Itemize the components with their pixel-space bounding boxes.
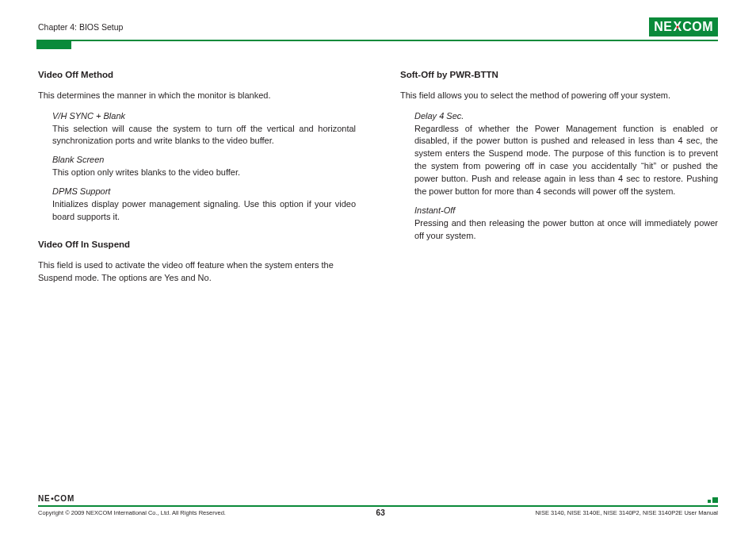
heading: Video Off Method	[38, 68, 356, 82]
page-number: 63	[376, 508, 385, 517]
option-desc: This option only writes blanks to the vi…	[52, 167, 240, 177]
logo-post: COM	[682, 20, 713, 34]
footer-rule	[38, 505, 718, 507]
section-video-off-method: Video Off Method This determines the man…	[38, 68, 356, 224]
copyright-text: Copyright © 2009 NEXCOM International Co…	[38, 509, 226, 516]
footer: NE⦁COM Copyright © 2009 NEXCOM Internati…	[38, 494, 718, 517]
option-item: Instant-Off Pressing and then releasing …	[414, 205, 718, 243]
option-desc: Initializes display power management sig…	[52, 199, 356, 221]
option-label: Delay 4 Sec.	[414, 110, 718, 123]
option-item: V/H SYNC + Blank This selection will cau…	[52, 110, 356, 148]
footer-row: Copyright © 2009 NEXCOM International Co…	[38, 508, 718, 517]
logo-x-icon: X	[674, 20, 682, 34]
top-bar: Chapter 4: BIOS Setup NEXCOM	[38, 17, 718, 36]
intro-text: This field allows you to select the meth…	[400, 90, 718, 102]
option-label: Blank Screen	[52, 154, 356, 167]
section-video-off-suspend: Video Off In Suspend This field is used …	[38, 238, 356, 285]
heading: Video Off In Suspend	[38, 238, 356, 251]
section-soft-off: Soft-Off by PWR-BTTN This field allows y…	[400, 68, 718, 243]
option-desc: Regardless of whether the Power Manageme…	[414, 124, 718, 197]
footer-logo-text: NE	[38, 494, 51, 503]
footer-logo: NE⦁COM	[38, 494, 718, 504]
header-tab-icon	[36, 40, 71, 49]
footer-decoration-icon	[708, 497, 718, 503]
option-desc: Pressing and then releasing the power bu…	[414, 218, 718, 240]
option-item: DPMS Support Initializes display power m…	[52, 186, 356, 224]
manual-page: Chapter 4: BIOS Setup NEXCOM Video Off M…	[0, 0, 756, 299]
intro-text: This field is used to activate the video…	[38, 259, 356, 285]
footer-logo-x-icon: ⦁	[51, 494, 55, 503]
option-label: DPMS Support	[52, 186, 356, 198]
left-column: Video Off Method This determines the man…	[38, 68, 356, 299]
option-label: V/H SYNC + Blank	[52, 110, 356, 123]
right-column: Soft-Off by PWR-BTTN This field allows y…	[400, 68, 718, 299]
option-label: Instant-Off	[414, 205, 718, 217]
intro-text: This determines the manner in which the …	[38, 90, 356, 102]
option-desc: This selection will cause the system to …	[52, 124, 356, 146]
heading: Soft-Off by PWR-BTTN	[400, 68, 718, 82]
header-rule	[38, 40, 718, 41]
content-columns: Video Off Method This determines the man…	[38, 68, 718, 299]
option-item: Delay 4 Sec. Regardless of whether the P…	[414, 110, 718, 199]
footer-logo-text: COM	[54, 494, 74, 503]
option-item: Blank Screen This option only writes bla…	[52, 154, 356, 179]
manual-reference: NISE 3140, NISE 3140E, NISE 3140P2, NISE…	[535, 509, 718, 516]
chapter-title: Chapter 4: BIOS Setup	[38, 22, 123, 32]
nexcom-logo: NEXCOM	[649, 17, 718, 36]
logo-pre: NE	[654, 20, 672, 34]
